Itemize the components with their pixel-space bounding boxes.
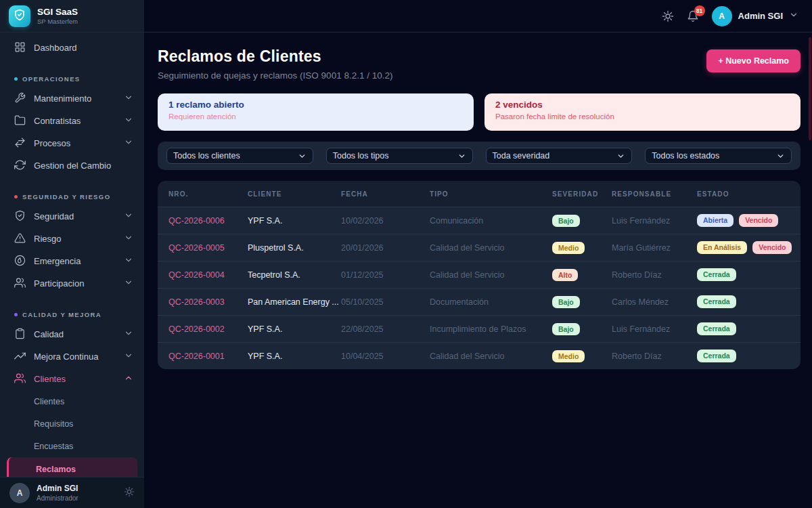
- cell-cliente: Pluspetrol S.A.: [248, 243, 341, 253]
- sidebar-item-label: Mantenimiento: [34, 93, 91, 104]
- table-row[interactable]: QC-2026-0001 YPF S.A. 10/04/2025 Calidad…: [158, 342, 800, 369]
- cell-tipo: Calidad del Servicio: [430, 270, 552, 280]
- sidebar-item-label: Emergencia: [34, 256, 81, 266]
- sidebar-item-label: Gestion del Cambio: [34, 161, 111, 171]
- sidebar-item-label: Clientes: [34, 374, 66, 384]
- reclamo-link[interactable]: QC-2026-0002: [168, 324, 248, 334]
- cell-responsable: Carlos Méndez: [612, 297, 697, 307]
- scrollbar-thumb[interactable]: [809, 37, 811, 140]
- topbar: 81 A Admin SGI: [144, 0, 812, 33]
- user-name: Admin SGI: [738, 11, 783, 21]
- sidebar-item-calidad[interactable]: Calidad: [0, 323, 144, 345]
- alert-title: 2 vencidos: [495, 100, 790, 110]
- section-label-text: Calidad y Mejora: [22, 311, 102, 318]
- notifications-bell-icon[interactable]: 81: [687, 10, 699, 22]
- theme-toggle-sun-icon[interactable]: [662, 10, 674, 22]
- notification-count-badge: 81: [694, 5, 705, 16]
- sidebar-item-label: Dashboard: [34, 43, 77, 53]
- new-reclamo-button[interactable]: + Nuevo Reclamo: [706, 49, 800, 72]
- table-row[interactable]: QC-2026-0006 YPF S.A. 10/02/2026 Comunic…: [158, 207, 800, 234]
- reclamos-table: Nro. Cliente Fecha Tipo Severidad Respon…: [158, 181, 800, 369]
- cell-tipo: Comunicación: [430, 216, 552, 226]
- status-badge: Vencido: [739, 214, 778, 227]
- filter-severidad-select[interactable]: Toda severidad: [486, 148, 633, 164]
- chevron-down-icon: [124, 137, 133, 149]
- sidebar-item-riesgo[interactable]: Riesgo: [0, 228, 144, 250]
- alert-subtitle: Pasaron fecha limite de resolución: [495, 112, 790, 121]
- user-menu[interactable]: A Admin SGI: [712, 6, 798, 26]
- users-icon: [14, 373, 26, 386]
- users-icon: [14, 277, 26, 291]
- settings-sun-icon[interactable]: [124, 486, 135, 500]
- col-header-cliente: Cliente: [248, 190, 341, 198]
- sidebar-item-participacion[interactable]: Participacion: [0, 272, 144, 295]
- chevron-down-icon: [616, 152, 625, 161]
- table-row[interactable]: QC-2026-0003 Pan American Energy ... 05/…: [158, 288, 800, 315]
- sidebar-item-mantenimiento[interactable]: Mantenimiento: [0, 87, 144, 110]
- app-logo[interactable]: [9, 5, 30, 27]
- reclamo-link[interactable]: QC-2026-0001: [168, 352, 248, 361]
- refresh-cycle-icon: [14, 159, 26, 173]
- severity-badge: Alto: [552, 269, 578, 282]
- sidebar-item-dashboard[interactable]: Dashboard: [0, 37, 144, 59]
- table-row[interactable]: QC-2026-0004 Tecpetrol S.A. 01/12/2025 C…: [158, 261, 800, 288]
- status-badge: Cerrada: [697, 268, 736, 281]
- sidebar-item-mejora-continua[interactable]: Mejora Continua: [0, 345, 144, 368]
- chevron-down-icon: [124, 351, 133, 362]
- cell-fecha: 10/04/2025: [341, 352, 430, 361]
- chevron-down-icon: [789, 10, 798, 22]
- filter-estados-select[interactable]: Todos los estados: [645, 148, 792, 164]
- severity-badge: Bajo: [552, 296, 580, 309]
- alert-title: 1 reclamo abierto: [168, 100, 463, 110]
- reclamo-link[interactable]: QC-2026-0004: [168, 270, 248, 280]
- alert-overdue-claims: 2 vencidos Pasaron fecha limite de resol…: [484, 93, 800, 131]
- sidebar-subitem-requisitos[interactable]: Requisitos: [7, 412, 137, 435]
- reclamo-link[interactable]: QC-2026-0003: [168, 297, 248, 307]
- select-value: Todos los tipos: [333, 151, 389, 161]
- reclamo-link[interactable]: QC-2026-0005: [168, 243, 248, 253]
- sidebar-subitem-reclamos[interactable]: Reclamos: [7, 457, 137, 477]
- cell-tipo: Incumplimiento de Plazos: [430, 324, 552, 334]
- cell-cliente: Pan American Energy ...: [248, 297, 341, 307]
- filter-tipos-select[interactable]: Todos los tipos: [326, 148, 473, 164]
- col-header-severidad: Severidad: [552, 190, 612, 198]
- main-content: Reclamos de Clientes Seguimiento de quej…: [144, 33, 812, 508]
- grid-icon: [14, 41, 26, 55]
- severity-badge: Bajo: [552, 323, 580, 336]
- cell-cliente: YPF S.A.: [248, 216, 341, 226]
- table-row[interactable]: QC-2026-0005 Pluspetrol S.A. 20/01/2026 …: [158, 234, 800, 261]
- select-value: Todos los estados: [652, 151, 719, 161]
- alert-cards: 1 reclamo abierto Requieren atención 2 v…: [158, 93, 800, 131]
- page-subtitle: Seguimiento de quejas y reclamos (ISO 90…: [158, 70, 800, 81]
- sidebar-item-gestion-del-cambio[interactable]: Gestion del Cambio: [0, 154, 144, 177]
- sidebar-subitem-clientes[interactable]: Clientes: [7, 390, 137, 412]
- status-badge: En Análisis: [697, 241, 747, 254]
- sidebar-item-label: Mejora Continua: [34, 352, 98, 362]
- sidebar-footer: A Admin SGI Administrador: [0, 477, 144, 508]
- filter-clientes-select[interactable]: Todos los clientes: [166, 148, 313, 164]
- filter-bar: Todos los clientes Todos los tipos Toda …: [158, 142, 800, 170]
- alert-open-claims: 1 reclamo abierto Requieren atención: [158, 93, 474, 131]
- section-calidad-y-mejora: Calidad y Mejora: [0, 305, 144, 323]
- severity-badge: Bajo: [552, 215, 580, 228]
- sidebar-item-emergencia[interactable]: Emergencia: [0, 250, 144, 272]
- status-badge: Vencido: [752, 241, 792, 254]
- sidebar-item-contratistas[interactable]: Contratistas: [0, 110, 144, 132]
- sidebar-item-clientes[interactable]: Clientes: [0, 368, 144, 390]
- flame-icon: [14, 255, 26, 268]
- cell-fecha: 05/10/2025: [341, 297, 430, 307]
- app-title: SGI SaaS: [37, 7, 78, 18]
- sidebar-header: SGI SaaS SP Masterfem: [0, 0, 144, 33]
- wrench-icon: [14, 92, 26, 106]
- sidebar-item-procesos[interactable]: Procesos: [0, 132, 144, 154]
- cell-tipo: Documentación: [430, 297, 552, 307]
- clipboard-icon: [14, 328, 26, 341]
- subitem-label: Reclamos: [36, 465, 76, 474]
- col-header-nro: Nro.: [168, 190, 248, 198]
- trend-up-icon: [14, 350, 26, 364]
- sidebar-item-label: Seguridad: [34, 211, 74, 221]
- table-row[interactable]: QC-2026-0002 YPF S.A. 22/08/2025 Incumpl…: [158, 315, 800, 342]
- reclamo-link[interactable]: QC-2026-0006: [168, 216, 248, 226]
- sidebar-item-seguridad[interactable]: Seguridad: [0, 205, 144, 228]
- sidebar-subitem-encuestas[interactable]: Encuestas: [7, 435, 137, 457]
